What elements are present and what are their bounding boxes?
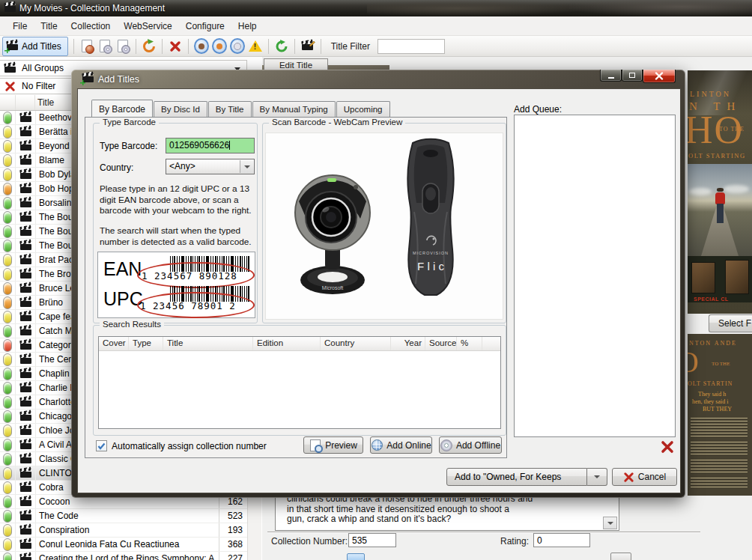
back-cover-to-the: TO THE	[712, 361, 730, 367]
clapper-icon	[20, 383, 31, 393]
preview-button[interactable]: Preview	[303, 436, 363, 454]
select-front-cover-button[interactable]: Select F	[709, 314, 752, 332]
save-disc-icon[interactable]	[115, 39, 130, 54]
search-results-header: CoverTypeTitleEditionCountryYearSource%	[99, 337, 500, 351]
add-to-dropdown[interactable]: Add to "Owned, For Keeps	[446, 468, 607, 486]
title-filter-input[interactable]	[377, 39, 445, 54]
status-pill-icon	[3, 154, 12, 167]
remove-from-queue-button[interactable]	[660, 439, 676, 456]
tab-by-barcode[interactable]: By Barcode	[91, 100, 153, 118]
cancel-button[interactable]: Cancel	[612, 468, 677, 486]
column-header-year[interactable]: Year	[391, 337, 425, 350]
title-list-row[interactable]: Conspiration193	[0, 523, 247, 538]
dvd-back-cover: NTON ANDE O TO THE OLT STARTIN They said…	[688, 334, 752, 496]
row-count: 193	[219, 523, 247, 537]
column-header-type[interactable]: Type	[129, 337, 163, 350]
status-pill-icon	[3, 368, 12, 380]
main-titlebar: My Movies - Collection Management	[0, 0, 752, 16]
description-line: gun, crack a whip and stand on it's back…	[287, 514, 601, 525]
cover-thumbnail-band	[688, 256, 752, 302]
back-cover-text-block	[691, 442, 748, 455]
toolbar-separator	[73, 39, 74, 54]
dialog-title: Add Titles	[98, 74, 139, 85]
tab-by-disc-id[interactable]: By Disc Id	[154, 101, 207, 117]
dvd-front-cover: LINTON N TH HO TO THE OLT STARTING SPECI…	[688, 70, 752, 314]
divider-line	[267, 532, 700, 533]
search-results-group: Search Results CoverTypeTitleEditionCoun…	[93, 325, 506, 436]
menu-item-file[interactable]: File	[6, 19, 34, 34]
country-select[interactable]: <Any>	[166, 159, 255, 174]
maximize-button[interactable]	[622, 70, 643, 82]
barcode-input[interactable]: 012569056626	[166, 138, 255, 153]
ean-label: EAN	[103, 258, 142, 280]
title-list-row[interactable]: The Code523	[0, 509, 247, 523]
rating-field[interactable]: 0	[533, 533, 590, 547]
menu-item-collection[interactable]: Collection	[64, 19, 118, 34]
title-list-row[interactable]: Creating the Lord of the Rings Symphony:…	[0, 552, 247, 560]
chevron-down-icon	[587, 468, 607, 486]
export-online-icon[interactable]	[79, 39, 94, 54]
description-scroll-button[interactable]	[603, 517, 617, 529]
update-cover-online-icon[interactable]	[212, 39, 227, 54]
tab-by-title[interactable]: By Title	[208, 101, 252, 117]
edit-title-icon[interactable]	[300, 39, 315, 54]
menu-item-title[interactable]: Title	[34, 19, 64, 34]
search-results-list[interactable]: CoverTypeTitleEditionCountryYearSource%	[98, 336, 501, 429]
clapper-icon	[20, 369, 31, 379]
auto-assign-checkbox[interactable]	[96, 440, 107, 451]
add-queue-list[interactable]	[514, 115, 676, 437]
clapper-icon	[20, 255, 31, 265]
update-title-online-icon[interactable]	[194, 39, 209, 54]
export-disc-icon[interactable]	[97, 39, 112, 54]
title-list-row[interactable]: Conul Leonida Fata Cu Reactiunea368	[0, 538, 247, 552]
clapper-icon	[20, 298, 31, 308]
menu-item-webservice[interactable]: WebService	[117, 19, 178, 34]
close-button[interactable]	[643, 70, 676, 83]
clapper-icon	[20, 241, 31, 251]
sync-icon[interactable]	[274, 39, 289, 54]
column-header-percent[interactable]: %	[457, 337, 482, 350]
minimize-button[interactable]	[600, 70, 622, 82]
refresh-icon[interactable]	[142, 39, 157, 54]
add-titles-toolbar-button[interactable]: Add Titles	[2, 37, 68, 56]
warning-icon[interactable]: !	[248, 39, 263, 54]
column-header-title[interactable]: Title	[163, 337, 253, 350]
row-title: Conul Leonida Fata Cu Reactiunea	[36, 538, 219, 551]
dialog-window-buttons	[600, 70, 676, 83]
update-disc-online-icon[interactable]	[230, 39, 245, 54]
status-pill-icon	[3, 183, 12, 195]
row-title: Conspiration	[36, 523, 219, 537]
status-pill-icon	[3, 481, 12, 494]
preview-icon	[309, 439, 321, 451]
description-line: in that short time have it desensitized …	[287, 505, 601, 515]
clapper-icon	[20, 326, 31, 336]
status-pill-icon	[3, 225, 12, 238]
column-header-source[interactable]: Source	[425, 337, 457, 350]
row-count: 523	[219, 509, 247, 523]
status-pill-icon	[3, 126, 12, 139]
status-pill-icon	[3, 439, 12, 451]
add-online-button[interactable]: Add Online	[370, 436, 432, 454]
add-offline-button[interactable]: Add Offline	[439, 436, 502, 454]
toolbar-separator	[268, 39, 269, 54]
partial-blue-button[interactable]	[347, 553, 365, 560]
column-header-country[interactable]: Country	[321, 337, 391, 350]
partial-gray-button[interactable]	[610, 553, 631, 560]
column-header-cover[interactable]: Cover	[99, 337, 129, 350]
back-cover-text-block	[691, 460, 748, 473]
menu-item-help[interactable]: Help	[231, 19, 264, 34]
column-header-edition[interactable]: Edition	[253, 337, 321, 350]
menu-item-configure[interactable]: Configure	[179, 19, 231, 34]
delete-icon[interactable]	[168, 39, 183, 54]
toolbar-separator	[188, 39, 189, 54]
status-pill-icon	[3, 254, 12, 267]
back-cover-subtitle: OLT STARTIN	[688, 380, 733, 387]
status-pill-icon	[3, 282, 12, 295]
tab-upcoming[interactable]: Upcoming	[336, 101, 390, 117]
webcam-image: Microsoft	[290, 160, 378, 296]
add-titles-dialog: Add Titles By BarcodeBy Disc IdBy TitleB…	[71, 70, 685, 498]
collection-number-field[interactable]: 535	[348, 533, 396, 547]
ean-circle	[137, 262, 255, 288]
by-barcode-tab-page: Type Barcode Type Barcode: 012569056626 …	[85, 117, 507, 458]
tab-by-manual-typing[interactable]: By Manual Typing	[252, 101, 336, 117]
